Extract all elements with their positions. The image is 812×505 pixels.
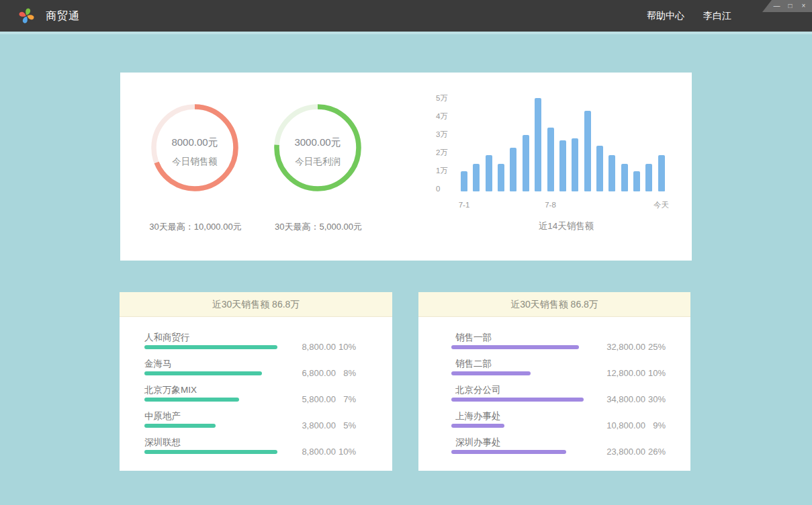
- profit-30day-max: 30天最高：5,000.00元: [231, 221, 406, 233]
- departments-sales-card: 近30天销售额 86.8万 销售一部32,800.0025%销售二部12,800…: [418, 292, 690, 471]
- list-item: 深圳联想8,800.0010%: [120, 434, 392, 460]
- list-item-values: 12,800.0010%: [581, 368, 666, 378]
- bar-day-1: [461, 171, 467, 191]
- list-item: 深圳办事处23,800.0026%: [418, 434, 690, 460]
- list-item: 中原地产3,800.005%: [120, 408, 392, 434]
- today-sales-donut: 8000.00元 今日销售额: [150, 103, 239, 192]
- list-item-amount: 34,800.00: [581, 394, 645, 404]
- bar-day-5: [510, 148, 516, 191]
- window-controls: — □ ×: [762, 0, 812, 12]
- list-item-bar: [451, 424, 504, 428]
- bar-day-2: [473, 164, 480, 191]
- maximize-button[interactable]: □: [786, 0, 795, 12]
- list-item-percent: 8%: [336, 368, 356, 378]
- list-item-name: 北京万象MIX: [144, 381, 392, 396]
- list-item-bar: [144, 398, 239, 402]
- list-item-name: 北京分公司: [451, 381, 690, 396]
- list-item-values: 34,800.0030%: [581, 394, 666, 404]
- list-item-values: 8,800.0010%: [271, 447, 356, 457]
- y-axis-tick: 3万: [436, 130, 459, 139]
- customers-list: 人和商贸行8,800.0010%金海马6,800.008%北京万象MIX5,80…: [120, 318, 392, 460]
- list-item-amount: 6,800.00: [271, 368, 336, 378]
- list-item-percent: 25%: [645, 342, 666, 352]
- list-item-percent: 30%: [645, 394, 666, 404]
- list-item: 北京分公司34,800.0030%: [418, 381, 690, 408]
- list-item-bar: [144, 450, 277, 454]
- x-axis-label: 7-1: [444, 200, 484, 210]
- list-item-name: 金海马: [144, 355, 392, 369]
- today-profit-label: 今日毛利润: [273, 156, 362, 168]
- list-item-amount: 32,800.00: [581, 342, 645, 352]
- y-axis-tick: 1万: [436, 166, 459, 175]
- list-item: 销售二部12,800.0010%: [418, 355, 690, 381]
- list-item-bar: [451, 450, 566, 454]
- list-item-values: 6,800.008%: [271, 368, 356, 378]
- bar-chart: [461, 73, 676, 191]
- bar-day-14: [621, 164, 628, 191]
- x-axis-label: 今天: [641, 200, 682, 210]
- app-logo-icon: [17, 6, 36, 26]
- y-axis-tick: 5万: [436, 93, 459, 103]
- bar-day-4: [498, 164, 504, 191]
- bar-day-6: [523, 135, 529, 191]
- list-item-percent: 26%: [645, 447, 666, 457]
- content-top-highlight: [0, 32, 812, 34]
- y-axis-tick: 0: [436, 184, 459, 193]
- list-item-bar: [451, 345, 579, 349]
- card-title: 近30天销售额 86.8万: [418, 292, 690, 317]
- bar-day-10: [572, 138, 578, 191]
- bar-day-13: [608, 155, 615, 191]
- today-profit-donut: 3000.00元 今日毛利润: [273, 103, 362, 192]
- list-item-amount: 5,800.00: [271, 394, 336, 404]
- list-item-bar: [144, 371, 262, 375]
- card-title: 近30天销售额 86.8万: [120, 292, 392, 317]
- bar-day-7: [535, 98, 541, 191]
- list-item-percent: 10%: [336, 342, 356, 352]
- app-window: 商贸通 帮助中心 李白江 — □ × 8000.00元 今日销售额 3000: [0, 0, 812, 505]
- list-item-percent: 5%: [336, 420, 356, 430]
- list-item-name: 人和商贸行: [144, 329, 392, 343]
- list-item-name: 销售二部: [451, 355, 690, 369]
- list-item-name: 中原地产: [144, 408, 392, 422]
- customers-sales-card: 近30天销售额 86.8万 人和商贸行8,800.0010%金海马6,800.0…: [120, 292, 392, 471]
- list-item-bar: [451, 371, 531, 375]
- help-center-link[interactable]: 帮助中心: [647, 10, 684, 22]
- list-item-percent: 10%: [645, 368, 666, 378]
- list-item: 上海办事处10,800.009%: [418, 408, 690, 434]
- list-item-values: 8,800.0010%: [271, 342, 356, 352]
- x-axis-label: 7-8: [531, 200, 571, 210]
- list-item-name: 上海办事处: [451, 408, 690, 422]
- list-item-values: 32,800.0025%: [581, 342, 666, 352]
- list-item-bar: [144, 345, 277, 349]
- list-item-values: 23,800.0026%: [581, 447, 666, 457]
- list-item: 金海马6,800.008%: [120, 355, 392, 381]
- bar-day-3: [486, 155, 492, 191]
- list-item-name: 深圳联想: [144, 434, 392, 448]
- list-item-bar: [144, 424, 216, 428]
- y-axis-tick: 2万: [436, 148, 459, 157]
- list-item-values: 3,800.005%: [271, 420, 356, 430]
- close-button[interactable]: ×: [799, 0, 808, 12]
- bar-day-16: [645, 164, 652, 191]
- bar-day-15: [633, 171, 640, 191]
- username-link[interactable]: 李白江: [703, 10, 731, 22]
- list-item-values: 10,800.009%: [581, 420, 666, 430]
- list-item-amount: 10,800.00: [581, 420, 645, 430]
- list-item-name: 销售一部: [451, 329, 690, 343]
- titlebar-menu: 帮助中心 李白江: [647, 0, 731, 32]
- today-profit-value: 3000.00元: [273, 136, 362, 149]
- today-sales-label: 今日销售额: [150, 156, 239, 168]
- list-item-amount: 3,800.00: [271, 420, 336, 430]
- list-item-name: 深圳办事处: [451, 434, 690, 448]
- list-item-amount: 8,800.00: [271, 342, 336, 352]
- list-item-amount: 23,800.00: [581, 447, 645, 457]
- summary-card: 8000.00元 今日销售额 3000.00元 今日毛利润 30天最高：10,0…: [120, 73, 692, 261]
- app-title: 商贸通: [46, 0, 80, 32]
- bar-day-11: [584, 111, 591, 191]
- list-item: 人和商贸行8,800.0010%: [120, 329, 392, 355]
- list-item-percent: 10%: [336, 447, 356, 457]
- bar-day-12: [596, 146, 603, 191]
- today-sales-value: 8000.00元: [150, 136, 239, 149]
- bar-day-8: [547, 128, 554, 191]
- minimize-button[interactable]: —: [772, 0, 781, 12]
